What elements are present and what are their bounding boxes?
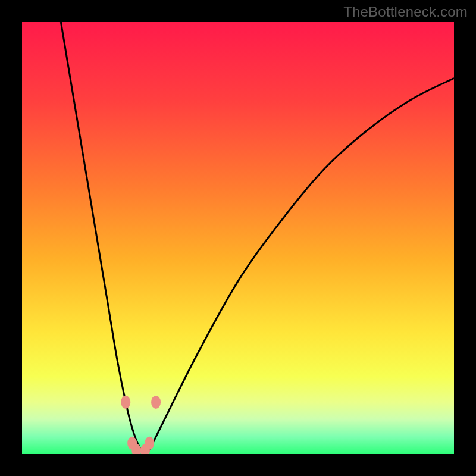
watermark-text: TheBottleneck.com <box>343 4 468 20</box>
bottleneck-curve <box>22 22 454 454</box>
curve-path <box>61 22 454 454</box>
curve-markers <box>121 396 161 454</box>
chart-frame: TheBottleneck.com <box>0 0 476 476</box>
curve-marker <box>151 396 161 409</box>
curve-marker <box>121 396 130 409</box>
plot-area <box>22 22 454 454</box>
